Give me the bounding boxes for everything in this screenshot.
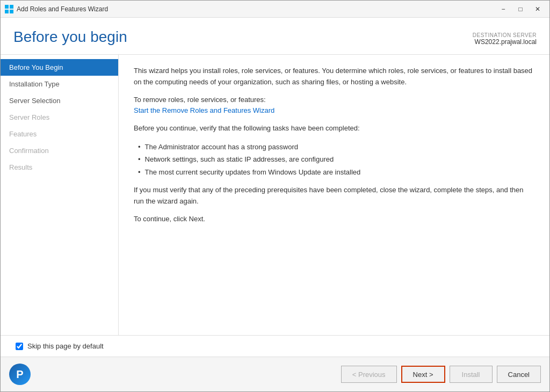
action-bar: P < Previous Next > Install Cancel	[1, 357, 549, 391]
previous-button[interactable]: < Previous	[341, 366, 397, 383]
logo-area: P	[9, 364, 337, 385]
skip-page-checkbox-area: Skip this page by default	[16, 342, 104, 350]
content-remove-prefix: To remove roles, role services, or featu…	[134, 95, 534, 117]
sidebar-item-server-selection[interactable]: Server Selection	[1, 92, 118, 109]
sidebar-item-confirmation: Confirmation	[1, 142, 118, 159]
restore-button[interactable]: □	[513, 4, 528, 14]
destination-label: DESTINATION SERVER	[473, 32, 537, 38]
bullet-list: The Administrator account has a strong p…	[138, 141, 534, 178]
window-controls: − □ ✕	[496, 4, 545, 14]
page-title: Before you begin	[13, 28, 127, 46]
svg-rect-1	[10, 5, 13, 9]
title-bar: Add Roles and Features Wizard − □ ✕	[1, 1, 549, 18]
sidebar-item-results: Results	[1, 159, 118, 176]
svg-rect-3	[10, 10, 13, 13]
app-logo: P	[9, 364, 31, 385]
bullet-item-3: The most current security updates from W…	[138, 166, 534, 178]
svg-rect-2	[5, 10, 9, 13]
install-button[interactable]: Install	[450, 366, 493, 383]
app-icon	[5, 5, 13, 13]
footer-content: Skip this page by default	[1, 335, 549, 357]
main-content: Before You Begin Installation Type Serve…	[1, 55, 549, 335]
content-paragraph-2: Before you continue, verify that the fol…	[134, 123, 534, 134]
content-paragraph-3: If you must verify that any of the prece…	[134, 185, 534, 207]
content-area: This wizard helps you install roles, rol…	[119, 55, 549, 335]
destination-server-info: DESTINATION SERVER WS2022.prajwal.local	[473, 32, 537, 46]
remove-roles-link[interactable]: Start the Remove Roles and Features Wiza…	[134, 106, 274, 114]
wizard-window: Add Roles and Features Wizard − □ ✕ Befo…	[0, 0, 550, 392]
server-name: WS2022.prajwal.local	[473, 38, 537, 46]
close-button[interactable]: ✕	[530, 4, 545, 14]
minimize-button[interactable]: −	[496, 4, 511, 14]
sidebar-item-before-you-begin[interactable]: Before You Begin	[1, 59, 118, 76]
content-paragraph-4: To continue, click Next.	[134, 214, 534, 225]
content-paragraph-1: This wizard helps you install roles, rol…	[134, 66, 534, 88]
page-header: Before you begin DESTINATION SERVER WS20…	[1, 18, 549, 55]
sidebar-item-server-roles: Server Roles	[1, 109, 118, 126]
bullet-item-2: Network settings, such as static IP addr…	[138, 153, 534, 165]
window-title: Add Roles and Features Wizard	[17, 5, 496, 13]
cancel-button[interactable]: Cancel	[497, 366, 541, 383]
svg-rect-0	[5, 5, 9, 9]
next-button[interactable]: Next >	[401, 366, 445, 383]
sidebar-item-features: Features	[1, 126, 118, 142]
sidebar-item-installation-type[interactable]: Installation Type	[1, 76, 118, 92]
sidebar: Before You Begin Installation Type Serve…	[1, 55, 119, 335]
skip-page-checkbox[interactable]	[16, 343, 23, 350]
bullet-item-1: The Administrator account has a strong p…	[138, 141, 534, 153]
skip-page-label[interactable]: Skip this page by default	[27, 342, 104, 350]
